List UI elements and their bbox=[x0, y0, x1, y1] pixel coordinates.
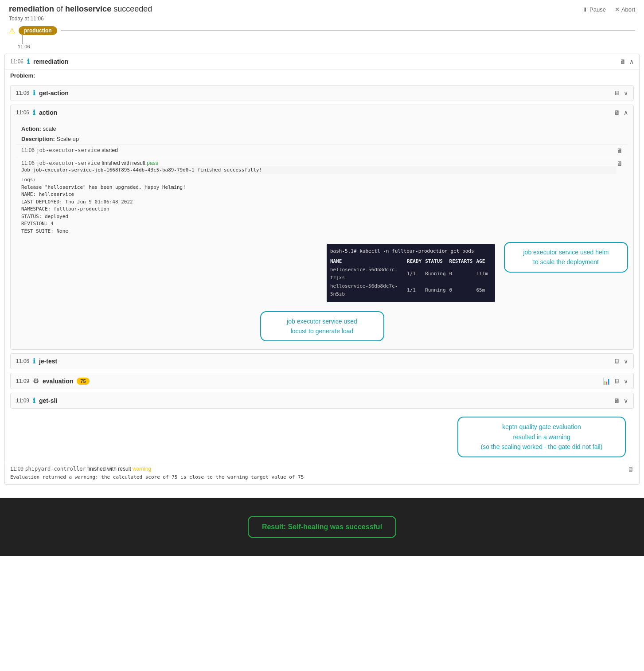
chevron-up-icon[interactable]: ∧ bbox=[629, 58, 634, 65]
action-monitor-icon: 🖥 bbox=[614, 109, 620, 116]
main-content: 11:06 ℹ remediation 🖥 ∧ Problem: 11:06 ℹ… bbox=[0, 54, 644, 498]
evaluation-monitor-icon: 🖥 bbox=[614, 378, 620, 385]
timeline-time: 11:06 bbox=[18, 44, 635, 49]
timeline-line bbox=[22, 35, 23, 44]
locust-annotation-bubble: job executor service used locust to gene… bbox=[260, 311, 384, 342]
close-icon: ✕ bbox=[615, 6, 620, 13]
info-icon: ℹ bbox=[27, 58, 30, 66]
je-test-header: 11:06 ℹ je-test 🖥 ∨ bbox=[11, 354, 633, 369]
get-sli-chevron-down[interactable]: ∨ bbox=[624, 397, 628, 404]
je-test-info-icon: ℹ bbox=[33, 357, 35, 365]
je-test-card: 11:06 ℹ je-test 🖥 ∨ bbox=[10, 353, 634, 369]
get-action-card: 11:06 ℹ get-action 🖥 ∨ bbox=[10, 85, 634, 101]
get-sli-title: get-sli bbox=[39, 397, 57, 404]
log-entry-started: 11:06 job-executor-service started 🖥 bbox=[16, 144, 628, 157]
bar-chart-icon: 📊 bbox=[603, 378, 610, 385]
je-test-title: je-test bbox=[39, 358, 57, 365]
get-action-time: 11:06 bbox=[16, 90, 29, 96]
problem-row: Problem: bbox=[5, 70, 639, 82]
remediation-header: 11:06 ℹ remediation 🖥 ∧ bbox=[5, 54, 639, 70]
get-action-title: get-action bbox=[39, 90, 69, 97]
remediation-time: 11:06 bbox=[10, 59, 23, 65]
log-entry-finished: 11:06 job-executor-service finished with… bbox=[16, 157, 628, 238]
action-header: 11:06 ℹ action 🖥 ∧ bbox=[11, 105, 633, 120]
get-sli-header: 11:09 ℹ get-sli 🖥 ∨ bbox=[11, 393, 633, 408]
get-action-info-icon: ℹ bbox=[33, 89, 35, 97]
page-title: remediation of helloservice succeeded bbox=[9, 4, 152, 14]
get-action-chevron-down[interactable]: ∨ bbox=[624, 90, 628, 97]
evaluation-card: 11:09 ⚙ evaluation 75 📊 🖥 ∨ bbox=[10, 373, 634, 389]
get-sli-info-icon: ℹ bbox=[33, 397, 35, 405]
action-title: action bbox=[39, 109, 57, 116]
keptn-annotation-bubble: keptn quality gate evaluation resulted i… bbox=[457, 417, 626, 457]
get-sli-time: 11:09 bbox=[16, 398, 29, 404]
action-card: 11:06 ℹ action 🖥 ∧ Action: scale Descrip… bbox=[10, 105, 634, 350]
annotation-helm-area: bash-5.1# kubectl -n fulltour-production… bbox=[16, 238, 628, 308]
annotation-locust-area: job executor service used locust to gene… bbox=[16, 308, 628, 346]
remediation-section: 11:06 ℹ remediation 🖥 ∧ Problem: 11:06 ℹ… bbox=[4, 54, 640, 485]
cog-icon: ⚙ bbox=[33, 377, 39, 385]
get-sli-card: 11:09 ℹ get-sli 🖥 ∨ bbox=[10, 393, 634, 409]
terminal-box: bash-5.1# kubectl -n fulltour-production… bbox=[327, 244, 495, 302]
header-actions: ⏸ Pause ✕ Abort bbox=[582, 4, 635, 13]
monitor-icon: 🖥 bbox=[620, 58, 626, 65]
keptn-annotation-area: keptn quality gate evaluation resulted i… bbox=[5, 412, 639, 461]
evaluation-time: 11:09 bbox=[16, 378, 29, 384]
footer-log-entry: 11:09 shipyard-controller finished with … bbox=[5, 462, 639, 485]
get-action-monitor-icon: 🖥 bbox=[614, 90, 620, 97]
evaluation-title: evaluation bbox=[43, 378, 73, 385]
footer-monitor-icon: 🖥 bbox=[628, 466, 634, 473]
page-header: remediation of helloservice succeeded To… bbox=[0, 0, 644, 26]
page-subtitle: Today at 11:06 bbox=[9, 16, 152, 22]
get-sli-monitor-icon: 🖥 bbox=[614, 397, 620, 404]
je-test-monitor-icon: 🖥 bbox=[614, 358, 620, 365]
warning-icon: ⚠ bbox=[9, 27, 15, 35]
title-remediation: remediation bbox=[9, 4, 54, 13]
log2-monitor-icon: 🖥 bbox=[617, 160, 623, 167]
action-info-icon: ℹ bbox=[33, 109, 35, 117]
remediation-title: remediation bbox=[33, 58, 68, 65]
log1-monitor-icon: 🖥 bbox=[617, 147, 623, 154]
evaluation-header: 11:09 ⚙ evaluation 75 📊 🖥 ∨ bbox=[11, 373, 633, 389]
action-chevron-up[interactable]: ∧ bbox=[624, 109, 628, 116]
evaluation-badge: 75 bbox=[77, 378, 89, 385]
result-bubble: Result: Self-healing was successful bbox=[248, 516, 396, 538]
action-time: 11:06 bbox=[16, 109, 29, 116]
je-test-chevron-down[interactable]: ∨ bbox=[624, 358, 628, 365]
timeline-area: ⚠ production 11:06 bbox=[0, 26, 644, 54]
pause-button[interactable]: ⏸ Pause bbox=[582, 6, 606, 13]
je-test-time: 11:06 bbox=[16, 358, 29, 364]
helm-annotation-bubble: job executor service used helm to scale … bbox=[504, 242, 628, 273]
evaluation-chevron-down[interactable]: ∨ bbox=[624, 378, 628, 385]
action-body: Action: scale Description: Scale up 11:0… bbox=[11, 120, 633, 349]
stage-badge: production bbox=[19, 26, 57, 35]
title-service: helloservice bbox=[65, 4, 111, 13]
abort-button[interactable]: ✕ Abort bbox=[615, 6, 635, 13]
pause-icon: ⏸ bbox=[582, 6, 588, 13]
result-container: Result: Self-healing was successful bbox=[0, 498, 644, 556]
get-action-header: 11:06 ℹ get-action 🖥 ∨ bbox=[11, 86, 633, 101]
